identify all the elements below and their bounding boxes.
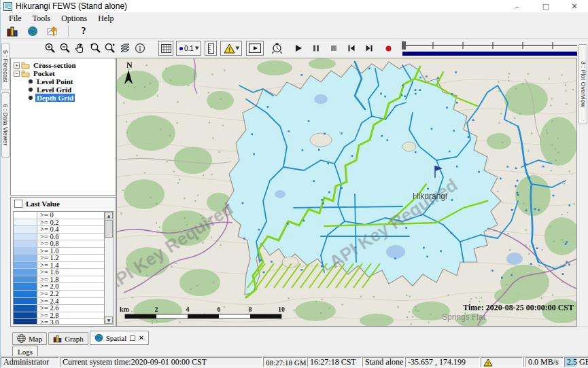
tab-graph[interactable]: Graph [48,332,88,345]
dock-tab-plot-overview[interactable]: 3 : Plot Overview [578,44,587,124]
map-viewport[interactable]: API Key Required API Key Required Hikura… [116,58,577,327]
fews-application-window: Hikurangi FEWS (Stand alone) – □ ✕ File … [0,0,588,368]
last-step-button[interactable] [362,41,377,56]
profile-display-icon[interactable] [46,24,60,39]
tab-close-icon[interactable]: ✕ [139,334,144,342]
classbreak-dropdown[interactable]: 0.1 ▼ [176,41,201,56]
legend-row: >= 0 [14,212,104,219]
tree-node-depth-grid[interactable]: Depth Grid [11,94,116,102]
close-button[interactable]: ✕ [560,0,588,12]
last-value-checkbox[interactable] [14,200,22,208]
node-bullet-icon [29,96,33,100]
layer-tree-panel: + Cross-section − Pocket Level Point Lev… [10,58,116,196]
tree-node-label: Level Point [35,77,74,86]
status-system-time: Current system time:2020-09-01 00:00 CST [60,357,262,367]
legend-scrollbar[interactable]: ▲ ▼ [104,212,114,324]
zoom-in-icon[interactable] [43,41,58,56]
svg-text:6: 6 [218,306,221,313]
last-value-label: Last Value [26,200,60,208]
animation-window-button[interactable] [246,41,264,56]
legend-color-swatch [14,269,37,276]
legend-color-swatch [14,212,37,219]
svg-text:N: N [126,60,133,70]
legend-row-label: >= 3.0 [37,319,59,324]
tree-node-label: Pocket [32,69,56,77]
left-dock-strip: 5 : Forecast 6 : Data Viewer [1,39,10,356]
info-icon[interactable]: i [133,41,148,56]
menu-help[interactable]: Help [92,12,119,24]
menu-options[interactable]: Options [56,12,92,24]
legend-row-label: >= 0.8 [37,240,59,247]
timeline-slider[interactable] [401,39,588,57]
tab-map-label: Map [29,335,42,343]
zoom-next-icon[interactable] [103,41,118,56]
first-step-button[interactable] [344,41,359,56]
bottom-panel: Map Graph Spatial □ ✕ Logs [10,327,588,356]
tab-map[interactable]: Map [12,332,47,345]
legend-row-label: >= 2.6 [37,305,59,312]
scrollbar-thumb[interactable] [105,220,113,238]
globe-grid-icon [17,334,26,343]
legend-color-swatch [14,240,37,247]
pause-button[interactable] [309,41,324,56]
dock-tab-data-viewer[interactable]: 6 : Data Viewer [1,92,10,158]
scroll-up-icon[interactable]: ▲ [105,212,113,219]
legend-row: >= 3.0 [14,319,104,324]
timer-settings-icon[interactable] [269,41,284,56]
status-memory: 2.5 GB [564,357,588,367]
node-bullet-icon [29,88,33,92]
menu-tools[interactable]: Tools [27,12,56,24]
layers-icon[interactable] [118,41,133,56]
grid-display-toggle[interactable] [158,41,173,56]
legend-panel: Last Value >= 0 >= 0.2 >= 0.4 >= 0.6 >= … [10,197,116,327]
zoom-out-icon[interactable] [58,41,73,56]
svg-text:10: 10 [278,306,285,313]
legend-color-swatch [14,219,37,226]
tree-node-cross-section[interactable]: + Cross-section [11,61,116,69]
legend-row-label: >= 0.2 [37,219,59,226]
folder-icon [21,62,30,69]
legend-row-label: >= 1.0 [37,248,59,255]
dock-tab-forecast[interactable]: 5 : Forecast [1,43,10,90]
map-canvas: API Key Required API Key Required Hikura… [117,58,577,327]
tree-node-level-grid[interactable]: Level Grid [11,86,116,94]
maximize-button[interactable]: □ [532,0,560,12]
play-button[interactable] [291,41,306,56]
tree-node-label-selected: Depth Grid [35,94,75,102]
pan-hand-icon[interactable] [73,41,88,56]
scroll-down-icon[interactable]: ▼ [105,316,113,324]
help-button[interactable]: ? [76,24,91,39]
record-movie-button[interactable] [381,41,396,56]
scale-ruler-toggle[interactable] [205,41,217,56]
status-warning-cell[interactable]: ! [481,357,523,367]
legend-color-swatch [14,305,37,312]
timeline-progress-bar [402,52,588,56]
legend-row-label: >= 0.4 [37,226,59,233]
svg-text:4: 4 [186,306,190,313]
timeline-thumb[interactable] [402,41,406,50]
menu-bar: File Tools Options Help [1,12,588,24]
place-label-springs-flat: Springs Flat [442,312,486,322]
tab-spatial-active[interactable]: Spatial □ ✕ [90,331,149,345]
warning-threshold-dropdown[interactable]: ! ▼ [220,41,242,56]
svg-text:!: ! [487,361,489,365]
stop-button[interactable] [326,41,341,56]
legend-table-body: >= 0 >= 0.2 >= 0.4 >= 0.6 >= 0.8 >= 1.0 … [14,212,104,324]
zoom-previous-icon[interactable] [88,41,103,56]
tab-maximize-icon[interactable]: □ [129,334,135,342]
timeseries-display-icon[interactable] [5,24,20,39]
expand-plus-icon[interactable]: + [14,62,20,69]
menu-file[interactable]: File [3,12,27,24]
chevron-down-icon: ▼ [236,45,239,51]
minimize-button[interactable]: – [503,0,532,12]
tree-node-level-point[interactable]: Level Point [11,77,116,86]
timeline-track [401,39,588,57]
tree-node-pocket[interactable]: − Pocket [11,69,116,77]
right-dock-strip: 3 : Plot Overview [577,39,588,356]
map-toolbar: i 0.1 ▼ ! ▼ [10,39,577,58]
map-display-icon[interactable] [25,24,40,39]
collapse-minus-icon[interactable]: − [14,71,20,77]
legend-row-label: >= 1.8 [37,276,59,283]
status-bar: Administrator Current system time:2020-0… [1,356,588,368]
legend-row-label: >= 2.8 [37,312,59,319]
